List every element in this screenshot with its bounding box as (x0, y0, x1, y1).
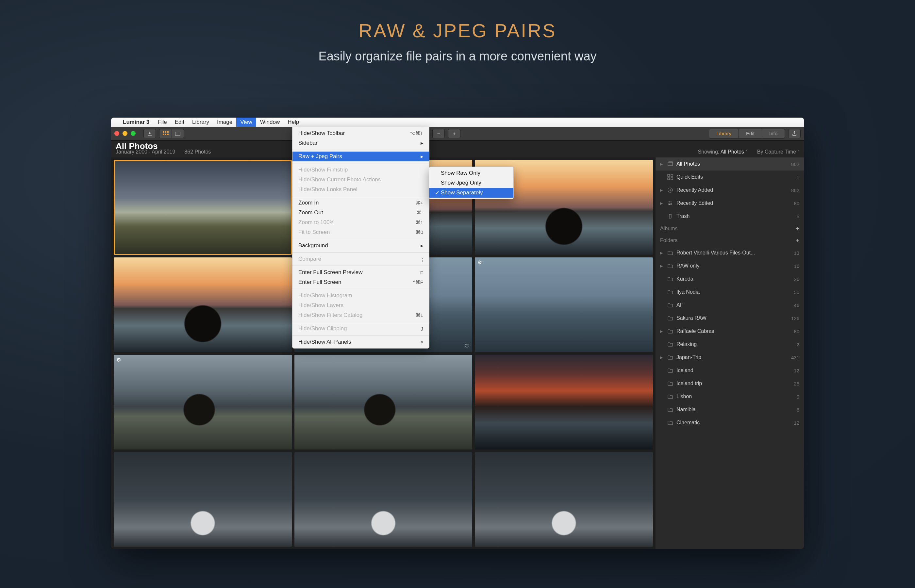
sidebar-folder-iceland-trip[interactable]: Iceland trip25 (656, 377, 804, 390)
folder-icon (667, 354, 673, 360)
svg-point-15 (669, 204, 670, 205)
folder-icon (667, 302, 673, 308)
submenuitem-show-raw-only[interactable]: Show Raw Only (429, 168, 513, 178)
disclosure-icon: ▶ (660, 264, 664, 268)
minimize-button[interactable] (123, 131, 128, 136)
menuitem-hide-show-all-panels[interactable]: Hide/Show All Panels⇥ (293, 337, 429, 347)
sidebar-item-label: Japan-Trip (676, 354, 788, 360)
sidebar-item-label: Recently Edited (676, 200, 791, 206)
menu-image[interactable]: Image (213, 118, 236, 127)
zoom-in-button[interactable]: + (448, 129, 461, 138)
favorite-icon[interactable]: ♡ (464, 343, 470, 350)
sidebar-item-count: 9 (797, 394, 799, 399)
sidebar-item-recently-edited[interactable]: ▶Recently Edited80 (656, 197, 804, 210)
sliders-icon (667, 200, 673, 206)
folder-icon (667, 315, 673, 321)
maximize-button[interactable] (131, 131, 136, 136)
sidebar-item-count: 5 (797, 214, 799, 219)
menuitem-hide-show-toolbar[interactable]: Hide/Show Toolbar⌥⌘T (293, 128, 429, 138)
menuitem-hide-show-clipping: Hide/Show ClippingJ (293, 324, 429, 334)
thumbnail[interactable] (475, 355, 653, 449)
sidebar-folder-sakura-raw[interactable]: Sakura RAW126 (656, 312, 804, 325)
sidebar-folder-raw-only[interactable]: ▶RAW only16 (656, 259, 804, 273)
thumbnail[interactable] (114, 257, 292, 352)
sidebar-folder-relaxing[interactable]: Relaxing2 (656, 338, 804, 351)
folder-icon (667, 289, 673, 295)
hero-title: RAW & JPEG PAIRS (0, 19, 915, 42)
menuitem-hide-show-histogram: Hide/Show Histogram (293, 291, 429, 300)
thumbnail[interactable]: ⚙ (114, 355, 292, 449)
submenuitem-show-separately[interactable]: ✓Show Separately (429, 188, 513, 198)
thumbnail[interactable] (114, 452, 292, 547)
thumbnail[interactable]: ⚙ (475, 257, 653, 352)
menuitem-raw-jpeg-pairs[interactable]: Raw + Jpeg Pairs▶ (293, 152, 429, 162)
folder-icon (667, 367, 673, 373)
menuitem-zoom-out[interactable]: Zoom Out⌘- (293, 208, 429, 218)
sidebar-item-label: Aff (676, 302, 791, 308)
menu-file[interactable]: File (154, 118, 171, 127)
folder-icon (667, 276, 673, 282)
showing-filter[interactable]: Showing: All Photos (698, 149, 747, 155)
menuitem-hide-show-filters-catalog: Hide/Show Filters Catalog⌘L (293, 310, 429, 320)
folder-icon (667, 341, 673, 347)
submenuitem-show-jpeg-only[interactable]: Show Jpeg Only (429, 178, 513, 188)
sidebar-item-recently-added[interactable]: ▶Recently Added862 (656, 184, 804, 197)
menu-edit[interactable]: Edit (171, 118, 188, 127)
sidebar-folder-robert-vanelli-various-files-out-[interactable]: ▶Robert Vanelli-Various Files-Out...13 (656, 246, 804, 259)
thumbnail[interactable] (475, 452, 653, 547)
menuitem-enter-full-screen[interactable]: Enter Full Screen^⌘F (293, 277, 429, 287)
app-name[interactable]: Luminar 3 (123, 119, 149, 126)
folder-icon (667, 394, 673, 399)
sidebar-item-label: Relaxing (676, 341, 794, 347)
import-button[interactable] (144, 129, 156, 138)
menuitem-zoom-in[interactable]: Zoom In⌘+ (293, 198, 429, 208)
tab-edit[interactable]: Edit (739, 129, 762, 138)
menuitem-sidebar[interactable]: Sidebar▶ (293, 138, 429, 148)
sidebar-folder-kuroda[interactable]: Kuroda26 (656, 273, 804, 286)
folder-icon (667, 328, 673, 334)
add-album-button[interactable]: + (795, 225, 799, 233)
sidebar-folder-iceland[interactable]: Iceland12 (656, 364, 804, 377)
sort-filter[interactable]: By Capture Time (757, 149, 799, 155)
menu-help[interactable]: Help (284, 118, 303, 127)
menu-view[interactable]: View (236, 118, 256, 127)
sidebar-folder-cinematic[interactable]: Cinematic12 (656, 416, 804, 429)
photo-count: 862 Photos (184, 149, 211, 155)
sidebar-folder-ilya-nodia[interactable]: Ilya Nodia55 (656, 286, 804, 299)
close-button[interactable] (115, 131, 119, 136)
single-view-button[interactable] (171, 129, 184, 138)
sidebar-folder-aff[interactable]: Aff46 (656, 299, 804, 312)
add-folder-button[interactable]: + (795, 237, 799, 244)
sidebar-item-trash[interactable]: Trash5 (656, 210, 804, 223)
disclosure-icon: ▶ (660, 251, 664, 255)
thumbnail[interactable] (294, 452, 472, 547)
sidebar-item-label: Iceland (676, 367, 791, 373)
zoom-out-button[interactable]: − (432, 129, 445, 138)
tab-library[interactable]: Library (709, 129, 739, 138)
sidebar-folder-japan-trip[interactable]: ▶Japan-Trip431 (656, 351, 804, 364)
sidebar-item-quick-edits[interactable]: Quick Edits1 (656, 171, 804, 184)
svg-point-13 (669, 202, 670, 202)
sidebar-folder-raffaele-cabras[interactable]: ▶Raffaele Cabras80 (656, 325, 804, 338)
thumbnail[interactable] (114, 160, 292, 255)
sidebar-section-albums[interactable]: Albums+ (656, 223, 804, 234)
sidebar-section-folders[interactable]: Folders+ (656, 234, 804, 246)
menubar: Luminar 3 FileEditLibraryImageViewWindow… (111, 118, 804, 127)
grid-view-button[interactable] (159, 129, 171, 138)
thumbnail[interactable] (294, 355, 472, 449)
svg-rect-11 (671, 178, 673, 180)
mode-tabs: Library Edit Info (709, 129, 785, 139)
share-button[interactable] (788, 129, 800, 138)
sidebar-item-label: Sakura RAW (676, 315, 788, 321)
tab-info[interactable]: Info (762, 129, 785, 138)
sidebar-item-all-photos[interactable]: ▶All Photos862 (656, 157, 804, 171)
adjustments-icon: ⚙ (477, 259, 482, 266)
menu-window[interactable]: Window (256, 118, 284, 127)
menuitem-enter-full-screen-preview[interactable]: Enter Full Screen PreviewF (293, 268, 429, 277)
menuitem-background[interactable]: Background▶ (293, 241, 429, 250)
disclosure-icon: ▶ (660, 329, 664, 334)
sidebar-folder-lisbon[interactable]: Lisbon9 (656, 390, 804, 403)
folder-icon (667, 381, 673, 386)
menu-library[interactable]: Library (188, 118, 213, 127)
sidebar-folder-namibia[interactable]: Namibia8 (656, 403, 804, 416)
